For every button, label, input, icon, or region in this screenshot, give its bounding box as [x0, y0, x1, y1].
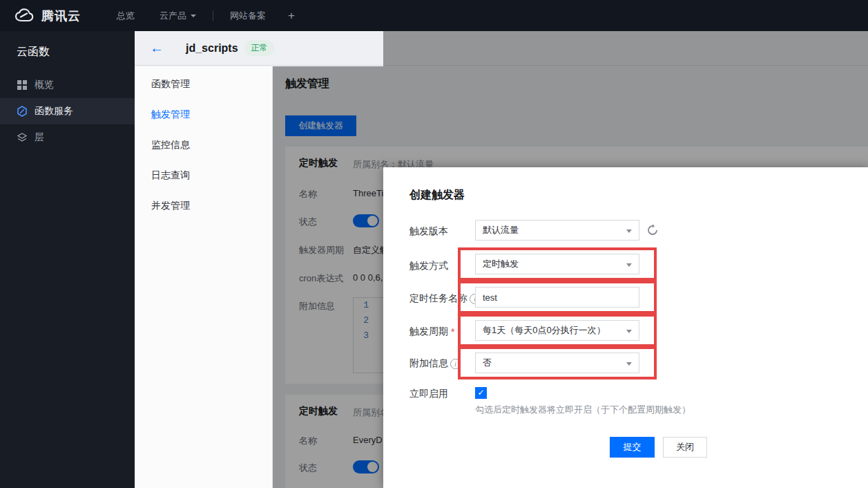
grid-icon: [17, 79, 28, 91]
tencent-cloud-logo-icon: [12, 8, 36, 24]
info-icon[interactable]: i: [450, 359, 461, 369]
trigger-method-select[interactable]: 定时触发: [475, 254, 639, 274]
brand[interactable]: 腾讯云: [12, 8, 81, 24]
chevron-down-icon: [626, 362, 632, 366]
field-label-trigger-method: 触发方式: [409, 260, 448, 272]
layers-icon: [17, 132, 28, 143]
status-badge: 正常: [245, 40, 274, 56]
nav-overview[interactable]: 总览: [117, 10, 135, 22]
nav-cloud-products[interactable]: 云产品: [160, 10, 196, 22]
chevron-down-icon: [626, 263, 632, 267]
function-menu: 函数管理 触发管理 监控信息 日志查询 并发管理: [135, 66, 273, 488]
field-label-enable-now: 立即启用: [409, 388, 448, 400]
function-icon: [17, 106, 28, 117]
modal-backdrop-header: [383, 31, 868, 66]
sidebar-item-layers[interactable]: 层: [0, 124, 135, 151]
task-name-input[interactable]: [475, 287, 639, 308]
create-trigger-dialog: 创建触发器 触发版本 默认流量 触发方式 定时触发 定时任务名称i* 触发周期*: [383, 167, 868, 488]
dialog-title: 创建触发器: [409, 188, 465, 203]
sidebar-item-function-service[interactable]: 函数服务: [0, 98, 135, 124]
trigger-version-select[interactable]: 默认流量: [475, 220, 639, 241]
sidebar-item-overview[interactable]: 概览: [0, 72, 135, 98]
menu-item-trigger-management[interactable]: 触发管理: [135, 101, 272, 127]
submit-button[interactable]: 提交: [610, 437, 655, 458]
back-arrow-icon[interactable]: ←: [150, 40, 164, 56]
function-name: jd_scripts: [186, 42, 238, 55]
menu-item-function-management[interactable]: 函数管理: [135, 71, 272, 97]
menu-item-log-query[interactable]: 日志查询: [135, 162, 272, 188]
field-label-trigger-version: 触发版本: [409, 225, 448, 238]
sidebar-item-label: 函数服务: [35, 105, 73, 118]
refresh-icon[interactable]: [646, 223, 659, 237]
screen: 腾讯云 总览 云产品 网站备案 + 云函数 概览 函数服务: [0, 0, 868, 488]
chevron-down-icon: [626, 330, 632, 333]
brand-name: 腾讯云: [41, 8, 81, 24]
nav-divider: [213, 11, 213, 21]
chevron-down-icon: [191, 15, 196, 17]
close-button[interactable]: 关闭: [663, 437, 707, 458]
extra-info-select[interactable]: 否: [475, 353, 639, 373]
enable-now-checkbox[interactable]: ✓: [475, 387, 487, 399]
chevron-down-icon: [626, 229, 632, 233]
product-sidebar: 云函数 概览 函数服务 层: [0, 31, 135, 488]
field-label-trigger-cycle: 触发周期*: [409, 326, 454, 338]
top-nav: 腾讯云 总览 云产品 网站备案 +: [0, 0, 868, 31]
field-label-extra-info: 附加信息i: [409, 357, 461, 370]
top-nav-items: 总览 云产品 网站备案 +: [104, 9, 295, 23]
menu-item-concurrency[interactable]: 并发管理: [135, 192, 272, 218]
trigger-cycle-select[interactable]: 每1天（每天0点0分执行一次）: [475, 320, 639, 341]
nav-website-filing[interactable]: 网站备案: [230, 10, 266, 22]
nav-add-button[interactable]: +: [288, 9, 295, 23]
sidebar-item-label: 层: [35, 131, 44, 144]
enable-now-helper-text: 勾选后定时触发器将立即开启（于下个配置周期触发）: [475, 404, 691, 416]
product-title: 云函数: [0, 31, 135, 72]
sidebar-item-label: 概览: [35, 79, 54, 91]
required-asterisk: *: [451, 326, 454, 337]
menu-item-monitoring[interactable]: 监控信息: [135, 131, 272, 158]
